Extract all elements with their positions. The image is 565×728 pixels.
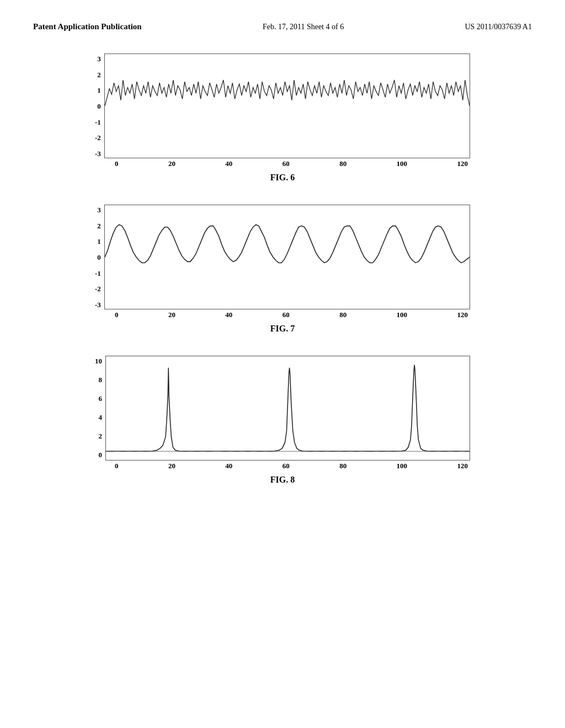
patent-number: US 2011/0037639 A1 <box>465 23 532 31</box>
chart-area-fig6 <box>104 53 470 158</box>
x-label: 100 <box>397 462 408 470</box>
y-label: 0 <box>97 253 101 262</box>
caption-fig6: FIG. 6 <box>270 173 295 183</box>
y-label: 1 <box>97 237 101 246</box>
x-label: 20 <box>168 462 175 470</box>
page-header: Patent Application Publication Feb. 17, … <box>0 0 565 42</box>
x-label: 20 <box>168 311 175 319</box>
x-label: 0 <box>115 159 119 168</box>
y-label: 2 <box>99 432 103 441</box>
caption-fig8: FIG. 8 <box>270 475 295 485</box>
y-label: 2 <box>97 222 101 231</box>
caption-fig7: FIG. 7 <box>270 324 295 334</box>
x-label: 20 <box>168 159 175 168</box>
y-label: 0 <box>97 102 101 111</box>
x-label: 80 <box>339 311 347 319</box>
x-labels-fig8: 0 20 40 60 80 100 120 <box>113 461 470 470</box>
figure-8: 10 8 6 4 2 0 <box>44 356 521 485</box>
y-axis-fig6: 3 2 1 0 -1 -2 -3 <box>95 53 104 158</box>
x-label: 80 <box>339 462 347 470</box>
chart-fig8: 10 8 6 4 2 0 <box>95 356 470 461</box>
chart-area-fig7 <box>104 205 470 309</box>
y-label: -2 <box>95 285 101 293</box>
y-label: -1 <box>95 118 101 127</box>
x-label: 40 <box>225 159 232 168</box>
chart-fig6: 3 2 1 0 -1 -2 -3 <box>95 53 470 158</box>
y-label: 0 <box>99 451 103 459</box>
y-label: 1 <box>97 86 101 95</box>
y-label: -3 <box>95 149 101 158</box>
y-axis-fig8: 10 8 6 4 2 0 <box>95 356 105 461</box>
y-label: 3 <box>97 206 101 215</box>
x-label: 120 <box>457 159 468 168</box>
x-label: 100 <box>397 159 408 168</box>
x-label: 40 <box>225 462 232 470</box>
y-axis-fig7: 3 2 1 0 -1 -2 -3 <box>95 205 104 309</box>
y-label: 6 <box>99 394 103 403</box>
y-label: -1 <box>95 269 101 278</box>
chart-area-fig8 <box>105 356 470 461</box>
y-label: -2 <box>95 133 101 142</box>
y-label: 3 <box>97 55 101 63</box>
figure-6: 3 2 1 0 -1 -2 -3 0 20 40 60 80 <box>44 53 521 183</box>
x-axis-fig7: 0 20 40 60 80 100 120 <box>95 309 470 319</box>
figure-7: 3 2 1 0 -1 -2 -3 0 20 40 60 80 <box>44 205 521 334</box>
y-label: 8 <box>99 376 103 384</box>
x-label: 80 <box>339 159 347 168</box>
main-content: 3 2 1 0 -1 -2 -3 0 20 40 60 80 <box>0 42 565 496</box>
x-label: 60 <box>282 462 290 470</box>
y-label: 4 <box>99 413 103 422</box>
x-label: 120 <box>457 311 468 319</box>
x-label: 0 <box>115 462 119 470</box>
chart-fig7: 3 2 1 0 -1 -2 -3 <box>95 205 470 309</box>
y-label: 10 <box>95 357 102 366</box>
x-axis-fig8: 0 20 40 60 80 100 120 <box>95 461 470 470</box>
y-label: 2 <box>97 71 101 79</box>
publication-label: Patent Application Publication <box>33 22 142 31</box>
y-label: -3 <box>95 301 101 309</box>
x-labels-fig7: 0 20 40 60 80 100 120 <box>113 309 470 319</box>
x-label: 100 <box>397 311 408 319</box>
publication-date: Feb. 17, 2011 Sheet 4 of 6 <box>263 23 344 31</box>
x-label: 40 <box>225 311 232 319</box>
x-label: 60 <box>282 159 290 168</box>
x-label: 0 <box>115 311 119 319</box>
x-label: 60 <box>282 311 290 319</box>
x-labels-fig6: 0 20 40 60 80 100 120 <box>113 158 470 168</box>
x-label: 120 <box>457 462 468 470</box>
x-axis-fig6: 0 20 40 60 80 100 120 <box>95 158 470 168</box>
